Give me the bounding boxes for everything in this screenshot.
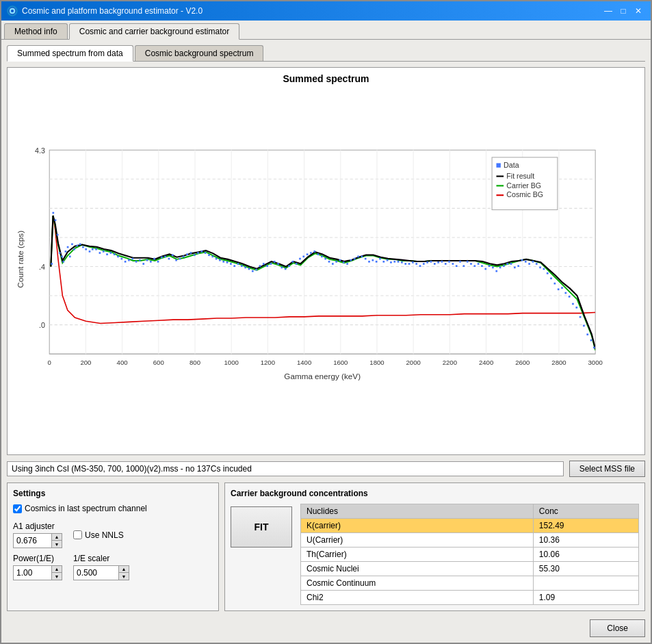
svg-rect-60 xyxy=(82,246,84,248)
svg-rect-77 xyxy=(142,263,144,265)
nnls-label: Use NNLS xyxy=(85,530,124,540)
minimize-button[interactable]: — xyxy=(601,5,615,17)
svg-rect-152 xyxy=(415,263,417,265)
tab-method-info[interactable]: Method info xyxy=(4,23,68,39)
svg-text:1400: 1400 xyxy=(297,359,311,366)
svg-text:3000: 3000 xyxy=(588,359,603,366)
svg-rect-175 xyxy=(499,267,501,269)
mss-file-input[interactable] xyxy=(7,461,564,476)
conc-cell: 55.30 xyxy=(533,562,638,576)
tab-summed-spectrum[interactable]: Summed spectrum from data xyxy=(7,45,133,62)
concentration-table: Nuclides Conc K(carrier)152.49U(Carrier)… xyxy=(300,504,639,605)
svg-rect-115 xyxy=(281,267,283,269)
svg-rect-171 xyxy=(484,268,486,270)
mss-row: Select MSS file xyxy=(7,461,645,477)
svg-text:800: 800 xyxy=(190,359,200,366)
svg-rect-57 xyxy=(73,248,75,250)
a1-spin-buttons: ▲ ▼ xyxy=(51,534,62,548)
power-group: Power(1/E) ▲ ▼ xyxy=(13,554,62,580)
svg-rect-187 xyxy=(543,268,545,270)
svg-rect-138 xyxy=(365,258,367,260)
svg-text:200: 200 xyxy=(80,359,91,366)
svg-text:Fit result: Fit result xyxy=(506,172,534,180)
svg-rect-88 xyxy=(183,256,185,258)
svg-rect-62 xyxy=(89,250,91,253)
svg-text:2400: 2400 xyxy=(479,359,493,366)
svg-rect-54 xyxy=(67,246,69,248)
nuclide-cell: U(Carrier) xyxy=(301,533,534,548)
svg-rect-131 xyxy=(339,259,341,261)
nnls-checkbox[interactable] xyxy=(73,530,82,539)
svg-rect-191 xyxy=(558,288,560,290)
svg-rect-84 xyxy=(168,258,170,260)
svg-text:600: 600 xyxy=(153,359,164,366)
svg-rect-123 xyxy=(310,252,312,254)
nuclide-cell: Cosmic Nuclei xyxy=(301,562,534,576)
svg-rect-169 xyxy=(478,263,480,265)
svg-rect-85 xyxy=(172,254,174,256)
svg-rect-53 xyxy=(65,250,67,253)
svg-rect-71 xyxy=(120,258,122,260)
cosmics-checkbox[interactable] xyxy=(13,504,22,513)
conc-cell xyxy=(533,576,638,591)
col-conc: Conc xyxy=(533,504,638,519)
svg-rect-188 xyxy=(547,272,549,274)
svg-rect-165 xyxy=(463,265,465,267)
power-down-button[interactable]: ▼ xyxy=(52,573,62,580)
tab-cosmic-carrier[interactable]: Cosmic and carrier background estimator xyxy=(69,23,239,40)
svg-rect-125 xyxy=(317,253,320,255)
svg-rect-200 xyxy=(590,339,592,342)
svg-rect-83 xyxy=(164,256,166,258)
svg-text:Count rate (cps): Count rate (cps) xyxy=(16,231,25,288)
close-title-button[interactable]: ✕ xyxy=(631,5,645,17)
table-row: U(Carrier)10.36 xyxy=(301,533,639,548)
main-window: Cosmic and platform background estimator… xyxy=(0,0,652,644)
svg-rect-47 xyxy=(52,212,54,214)
svg-rect-134 xyxy=(350,259,352,261)
close-button[interactable]: Close xyxy=(590,619,645,637)
svg-rect-97 xyxy=(216,258,218,260)
scaler-up-button[interactable]: ▲ xyxy=(119,566,129,573)
svg-rect-118 xyxy=(291,261,294,263)
power-up-button[interactable]: ▲ xyxy=(52,566,62,573)
fit-button[interactable]: FIT xyxy=(231,506,292,548)
select-mss-button[interactable]: Select MSS file xyxy=(569,461,645,477)
svg-rect-167 xyxy=(470,263,472,265)
scaler-down-button[interactable]: ▼ xyxy=(119,573,129,580)
svg-rect-65 xyxy=(99,252,101,254)
scaler-input[interactable] xyxy=(74,567,118,579)
svg-rect-144 xyxy=(387,259,389,261)
svg-rect-161 xyxy=(448,261,450,263)
svg-rect-67 xyxy=(106,253,108,255)
svg-rect-174 xyxy=(495,270,497,272)
svg-rect-110 xyxy=(263,263,265,265)
tab-cosmic-bg-spectrum[interactable]: Cosmic background spectrum xyxy=(135,45,264,61)
svg-rect-192 xyxy=(561,287,563,289)
svg-rect-106 xyxy=(248,268,250,270)
svg-rect-90 xyxy=(190,252,192,254)
svg-rect-55 xyxy=(69,256,71,258)
svg-text:Carrier BG: Carrier BG xyxy=(506,181,541,190)
svg-rect-121 xyxy=(302,256,304,258)
svg-rect-92 xyxy=(197,252,199,254)
power-input[interactable] xyxy=(14,567,51,579)
svg-rect-61 xyxy=(85,248,87,250)
menu-tabs: Method info Cosmic and carrier backgroun… xyxy=(1,21,651,40)
svg-text:4.3: 4.3 xyxy=(35,146,45,155)
nuclide-cell: K(carrier) xyxy=(301,519,534,533)
svg-rect-51 xyxy=(61,256,63,258)
svg-rect-114 xyxy=(277,263,279,265)
svg-rect-140 xyxy=(372,259,374,261)
svg-rect-79 xyxy=(150,261,152,263)
svg-rect-170 xyxy=(481,265,483,267)
inner-tabs: Summed spectrum from data Cosmic backgro… xyxy=(7,45,645,62)
col-nuclides: Nuclides xyxy=(301,504,534,519)
maximize-button[interactable]: □ xyxy=(616,5,630,17)
title-bar-left: Cosmic and platform background estimator… xyxy=(7,5,203,16)
svg-rect-178 xyxy=(510,263,512,265)
close-row: Close xyxy=(1,617,651,643)
a1-down-button[interactable]: ▼ xyxy=(52,541,62,548)
a1-up-button[interactable]: ▲ xyxy=(52,534,62,541)
carrier-box: Carrier background concentrations FIT Nu… xyxy=(224,482,645,611)
a1-input[interactable] xyxy=(14,534,51,547)
